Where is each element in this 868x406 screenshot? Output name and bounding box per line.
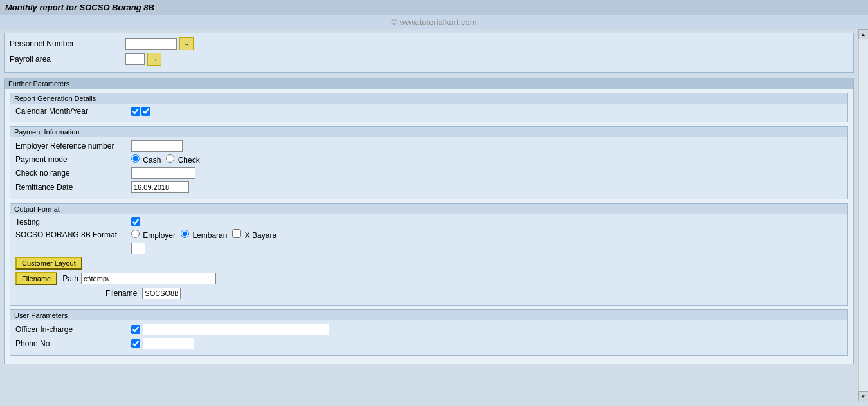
payment-information-header: Payment Information xyxy=(10,127,847,137)
calendar-month-year-label: Calendar Month/Year xyxy=(15,107,131,116)
payment-information-panel: Payment Information Employer Reference n… xyxy=(10,126,848,199)
nav-arrow-icon2: → xyxy=(151,56,158,63)
testing-label: Testing xyxy=(15,217,131,226)
filename-row: Filename xyxy=(15,288,842,299)
watermark-text: © www.tutorialkart.com xyxy=(391,17,476,27)
calendar-month-checkbox[interactable] xyxy=(131,107,140,116)
scroll-track[interactable] xyxy=(859,39,868,391)
payment-information-label: Payment Information xyxy=(14,128,80,136)
check-no-range-input[interactable] xyxy=(131,167,195,179)
officer-input[interactable] xyxy=(143,324,329,335)
page-title: Monthly report for SOCSO Borang 8B xyxy=(5,3,154,12)
payroll-area-nav-btn[interactable]: → xyxy=(147,53,161,66)
testing-checkbox[interactable] xyxy=(131,217,140,226)
personnel-number-row: Personnel Number → xyxy=(10,37,848,50)
top-section: Personnel Number → Payroll area → xyxy=(4,33,854,73)
cash-label: Cash xyxy=(143,156,161,165)
payment-mode-label: Payment mode xyxy=(15,155,131,164)
filename-input[interactable] xyxy=(142,288,181,299)
employer-ref-row: Employer Reference number xyxy=(15,140,842,152)
path-row: Filename Path xyxy=(15,272,842,285)
phone-label: Phone No xyxy=(15,339,131,348)
cash-radio[interactable] xyxy=(131,154,140,163)
output-format-body: Testing SOCSO BORANG 8B Format Employer xyxy=(10,214,847,305)
socso-format-radio-group: Employer Lembaran X Bayara xyxy=(131,229,276,240)
employer-radio-label[interactable]: Employer xyxy=(131,230,176,240)
payment-mode-radio-group: Cash Check xyxy=(131,154,200,165)
payment-information-body: Employer Reference number Payment mode C… xyxy=(10,137,847,199)
remittance-date-row: Remittance Date xyxy=(15,181,842,193)
lembaran-radio-label[interactable]: Lembaran xyxy=(181,230,227,240)
employer-ref-label: Employer Reference number xyxy=(15,142,131,151)
filename-label: Filename xyxy=(105,289,137,298)
officer-label: Officer In-charge xyxy=(15,325,131,334)
format-extra-input[interactable] xyxy=(131,243,145,254)
personnel-number-input[interactable] xyxy=(125,38,177,50)
nav-arrow-icon: → xyxy=(183,41,190,48)
personnel-number-label: Personnel Number xyxy=(10,39,125,48)
payroll-area-label: Payroll area xyxy=(10,55,125,64)
path-input[interactable] xyxy=(81,273,216,284)
cash-radio-label[interactable]: Cash xyxy=(131,154,161,165)
further-parameters-header: Further Parameters xyxy=(5,78,853,89)
socso-format-row: SOCSO BORANG 8B Format Employer Lembaran xyxy=(15,229,842,240)
scrollbar: ▲ ▼ xyxy=(858,29,868,401)
main-content: Personnel Number → Payroll area → Furthe… xyxy=(0,29,868,401)
scroll-up-btn[interactable]: ▲ xyxy=(858,29,869,39)
filename-button[interactable]: Filename xyxy=(15,272,57,285)
calendar-month-year-row: Calendar Month/Year xyxy=(15,107,842,116)
customer-layout-row: Customer Layout xyxy=(15,257,842,270)
scroll-down-btn[interactable]: ▼ xyxy=(858,391,869,401)
output-format-label: Output Format xyxy=(14,205,60,213)
report-generation-header: Report Generation Details xyxy=(10,93,847,104)
officer-checkbox[interactable] xyxy=(131,325,140,334)
testing-row: Testing xyxy=(15,217,842,226)
check-no-range-row: Check no range xyxy=(15,167,842,179)
x-bayara-checkbox[interactable] xyxy=(232,229,241,238)
officer-row: Officer In-charge xyxy=(15,324,842,335)
further-parameters-panel: Further Parameters Report Generation Det… xyxy=(4,78,854,364)
phone-row: Phone No xyxy=(15,338,842,349)
title-bar: Monthly report for SOCSO Borang 8B xyxy=(0,0,868,15)
x-bayara-format-label: X Bayara xyxy=(245,231,276,240)
path-label: Path xyxy=(62,274,78,283)
personnel-number-nav-btn[interactable]: → xyxy=(179,37,194,50)
further-parameters-body: Report Generation Details Calendar Month… xyxy=(5,89,853,364)
form-area: Personnel Number → Payroll area → Furthe… xyxy=(0,29,858,401)
check-radio-label[interactable]: Check xyxy=(166,154,199,165)
customer-layout-button[interactable]: Customer Layout xyxy=(15,257,82,270)
user-parameters-panel: User Parameters Officer In-charge Phone … xyxy=(10,309,848,356)
phone-checkbox[interactable] xyxy=(131,339,140,348)
employer-radio[interactable] xyxy=(131,230,140,238)
watermark-bar: © www.tutorialkart.com xyxy=(0,15,868,29)
user-parameters-body: Officer In-charge Phone No xyxy=(10,320,847,355)
report-generation-body: Calendar Month/Year xyxy=(10,104,847,122)
lembaran-radio[interactable] xyxy=(181,230,189,238)
payment-mode-row: Payment mode Cash Check xyxy=(15,154,842,165)
user-parameters-label: User Parameters xyxy=(14,311,68,319)
payroll-area-row: Payroll area → xyxy=(10,53,848,66)
socso-format-label: SOCSO BORANG 8B Format xyxy=(15,230,131,239)
user-parameters-header: User Parameters xyxy=(10,310,847,320)
remittance-date-input[interactable] xyxy=(131,181,189,193)
output-format-header: Output Format xyxy=(10,204,847,214)
x-bayara-checkbox-label[interactable]: X Bayara xyxy=(232,229,276,240)
calendar-year-checkbox[interactable] xyxy=(141,107,150,116)
employer-ref-input[interactable] xyxy=(131,140,183,152)
payroll-area-input[interactable] xyxy=(125,53,145,65)
check-radio[interactable] xyxy=(166,154,174,163)
check-label: Check xyxy=(178,156,200,165)
report-generation-panel: Report Generation Details Calendar Month… xyxy=(10,93,848,122)
output-format-panel: Output Format Testing SOCSO BORANG 8B Fo… xyxy=(10,203,848,306)
further-parameters-label: Further Parameters xyxy=(8,80,69,88)
employer-format-label: Employer xyxy=(143,231,176,240)
check-no-range-label: Check no range xyxy=(15,169,131,178)
remittance-date-label: Remittance Date xyxy=(15,183,131,192)
report-generation-label: Report Generation Details xyxy=(14,95,96,102)
format-extra-row xyxy=(15,243,842,254)
phone-input[interactable] xyxy=(143,338,194,349)
lembaran-format-label: Lembaran xyxy=(192,231,227,240)
